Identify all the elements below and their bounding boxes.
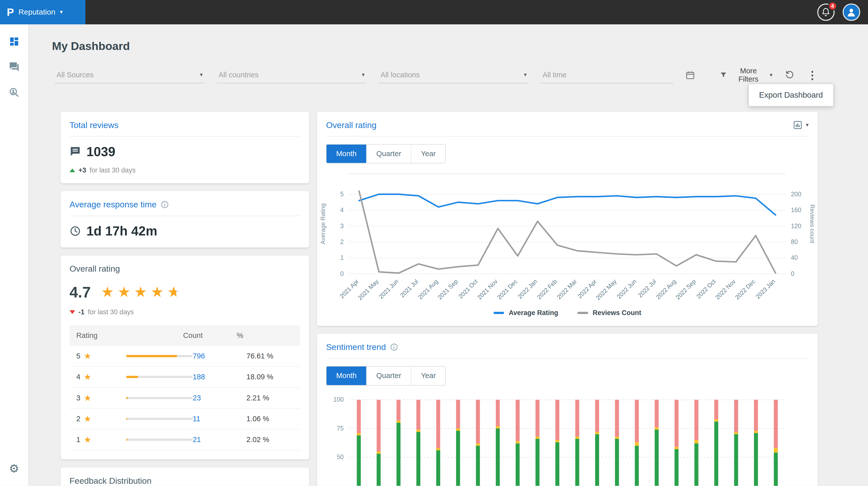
svg-text:2021 Dec: 2021 Dec xyxy=(496,278,519,301)
rating-percent: 1.06 % xyxy=(246,415,303,423)
gear-icon: ⚙ xyxy=(9,463,19,474)
star-icon: ★ xyxy=(101,285,114,299)
rating-bar xyxy=(126,418,193,420)
sentiment-trend-card: Sentiment trend MonthQuarterYear 1007550 xyxy=(317,334,818,486)
svg-text:2022 Mar: 2022 Mar xyxy=(556,278,578,300)
chart-type-button[interactable]: ▾ xyxy=(793,120,809,130)
message-icon xyxy=(69,146,81,157)
locations-filter[interactable]: All locations ▾ xyxy=(379,67,528,84)
more-filters-button[interactable]: More Filters ▾ xyxy=(720,67,772,83)
tab-quarter[interactable]: Quarter xyxy=(366,366,411,385)
svg-text:4: 4 xyxy=(340,206,344,214)
time-filter[interactable]: All time xyxy=(541,67,673,84)
svg-text:200: 200 xyxy=(791,190,801,197)
legend-item: Average Rating xyxy=(494,309,558,317)
chevron-down-icon: ▾ xyxy=(770,72,772,78)
sidebar-item-settings[interactable]: ⚙ xyxy=(0,456,28,481)
locations-filter-placeholder: All locations xyxy=(380,71,420,79)
rating-count-link[interactable]: 23 xyxy=(193,394,246,402)
avg-response-time-value: 1d 17h 42m xyxy=(86,223,157,238)
countries-filter-placeholder: All countries xyxy=(218,71,258,79)
clock-icon xyxy=(69,225,81,237)
svg-text:2022 Jul: 2022 Jul xyxy=(637,278,657,299)
svg-text:0: 0 xyxy=(340,270,344,277)
legend-label: Average Rating xyxy=(508,309,558,317)
sidebar-item-dashboard[interactable] xyxy=(0,29,28,54)
rating-count-link[interactable]: 188 xyxy=(193,373,246,381)
avg-response-time-title[interactable]: Average response time xyxy=(69,200,169,209)
svg-text:2022 Nov: 2022 Nov xyxy=(714,278,737,301)
left-column: Total reviews 1039 +3 for last 30 days xyxy=(61,112,309,486)
main-content: My Dashboard All Sources ▾ All countries… xyxy=(28,24,868,486)
tab-month[interactable]: Month xyxy=(327,366,366,385)
rating-table-header: RatingCount% xyxy=(69,325,300,346)
rating-distribution-table: RatingCount%5★79676.61 %4★18818.09 %3★23… xyxy=(69,325,300,451)
tab-month[interactable]: Month xyxy=(327,144,366,163)
overall-rating-chart-title[interactable]: Overall rating xyxy=(326,120,376,130)
right-column: Overall rating ▾ MonthQuarterYear 012345… xyxy=(317,112,818,486)
rating-table-header-cell: % xyxy=(237,331,293,339)
sources-filter-placeholder: All Sources xyxy=(57,71,94,79)
sentiment-trend-title[interactable]: Sentiment trend xyxy=(326,342,398,352)
overall-rating-delta-note: for last 30 days xyxy=(88,308,134,316)
svg-text:Average Rating: Average Rating xyxy=(319,203,326,244)
info-icon xyxy=(390,343,398,351)
calendar-button[interactable] xyxy=(685,70,695,80)
tab-year[interactable]: Year xyxy=(411,366,445,385)
overall-rating-delta: -1 xyxy=(79,308,84,316)
overall-rating-chart-card: Overall rating ▾ MonthQuarterYear 012345… xyxy=(317,112,818,326)
tab-year[interactable]: Year xyxy=(411,144,445,163)
rating-count-link[interactable]: 11 xyxy=(193,415,246,423)
tab-quarter[interactable]: Quarter xyxy=(366,144,411,163)
period-tabs: MonthQuarterYear xyxy=(326,144,446,164)
user-menu-button[interactable] xyxy=(843,3,860,21)
svg-text:2022 Sep: 2022 Sep xyxy=(674,278,697,301)
more-filters-label: More Filters xyxy=(731,67,766,83)
export-dashboard-menu-item[interactable]: Export Dashboard xyxy=(748,84,834,106)
partoo-logo-icon: P xyxy=(7,7,14,18)
avg-response-time-title-text: Average response time xyxy=(69,200,156,209)
avg-response-time-card: Average response time 1d 17h 42m xyxy=(61,191,309,248)
countries-filter[interactable]: All countries ▾ xyxy=(217,67,366,84)
svg-text:120: 120 xyxy=(791,222,801,229)
svg-text:3: 3 xyxy=(340,222,344,229)
period-tabs: MonthQuarterYear xyxy=(326,366,446,386)
svg-text:2022 Jan: 2022 Jan xyxy=(516,278,538,300)
rating-table-row: 3★232.21 % xyxy=(69,388,300,409)
total-reviews-card: Total reviews 1039 +3 for last 30 days xyxy=(61,112,309,183)
svg-text:2021 Sep: 2021 Sep xyxy=(436,278,459,301)
chevron-down-icon: ▾ xyxy=(362,72,365,78)
star-icon: ★ xyxy=(84,435,91,445)
notifications-button[interactable]: 4 xyxy=(817,3,835,21)
rating-count-link[interactable]: 796 xyxy=(193,352,246,360)
app-switcher-button[interactable]: P Reputation ▾ xyxy=(0,0,85,24)
svg-text:2022 Oct: 2022 Oct xyxy=(695,278,717,300)
filter-bar: All Sources ▾ All countries ▾ All locati… xyxy=(55,67,818,84)
rating-count-link[interactable]: 21 xyxy=(193,435,246,444)
legend-swatch xyxy=(578,312,588,314)
rating-value: 3 xyxy=(76,394,81,402)
rating-table-row: 1★212.02 % xyxy=(69,429,300,450)
svg-text:40: 40 xyxy=(791,254,798,261)
refresh-button[interactable] xyxy=(785,70,795,80)
star-icon: ★ xyxy=(118,285,131,299)
sources-filter[interactable]: All Sources ▾ xyxy=(55,67,205,84)
star-icon: ★ xyxy=(84,372,91,382)
dashboard-grid: Total reviews 1039 +3 for last 30 days xyxy=(61,112,818,486)
svg-text:2022 Jun: 2022 Jun xyxy=(616,278,638,300)
svg-text:50: 50 xyxy=(337,453,344,460)
sidebar: ⚙ xyxy=(0,24,28,486)
topbar-actions: 4 xyxy=(817,3,868,21)
svg-text:0: 0 xyxy=(791,270,795,277)
kebab-menu-button[interactable]: ⋮ xyxy=(807,70,818,80)
chat-icon xyxy=(9,62,20,72)
svg-text:2021 Oct: 2021 Oct xyxy=(457,278,479,300)
total-reviews-title[interactable]: Total reviews xyxy=(69,120,119,130)
star-rating: ★★★★★★ xyxy=(101,285,180,299)
kebab-icon: ⋮ xyxy=(807,70,818,80)
sidebar-item-conversations[interactable] xyxy=(0,54,28,79)
info-icon xyxy=(160,200,169,209)
partial-star-icon: ★★ xyxy=(167,285,180,299)
sidebar-item-review-search[interactable] xyxy=(0,79,28,105)
legend-label: Reviews Count xyxy=(593,309,642,317)
